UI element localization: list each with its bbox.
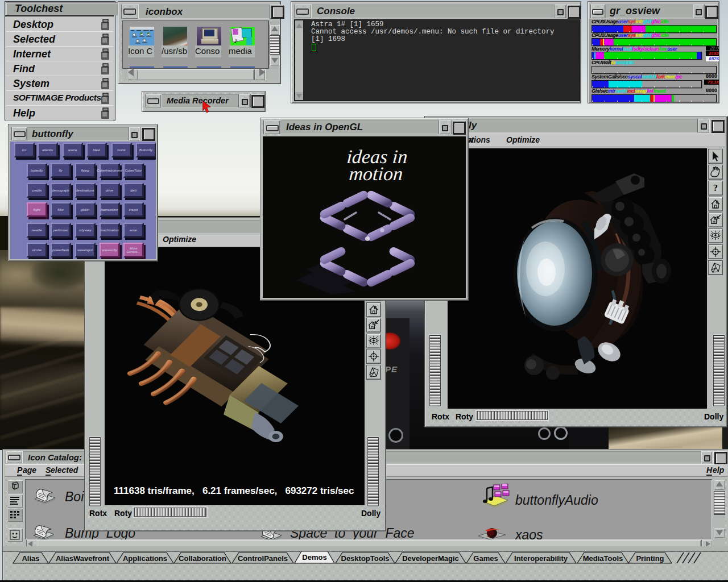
svg-text:Printing: Printing bbox=[636, 554, 664, 563]
svg-text:Games: Games bbox=[473, 554, 498, 563]
svg-text:Collaboration: Collaboration bbox=[179, 554, 226, 563]
svg-text:Alias: Alias bbox=[22, 554, 39, 563]
svg-text:Interoperability: Interoperability bbox=[514, 554, 568, 563]
svg-text:Demos: Demos bbox=[302, 553, 326, 562]
svg-text:DesktopTools: DesktopTools bbox=[341, 554, 390, 563]
svg-text:Applications: Applications bbox=[123, 554, 167, 563]
svg-text:DeveloperMagic: DeveloperMagic bbox=[402, 554, 459, 563]
svg-text:AliasWavefront: AliasWavefront bbox=[56, 554, 110, 563]
svg-text:MediaTools: MediaTools bbox=[583, 554, 623, 563]
svg-text:ControlPanels: ControlPanels bbox=[238, 554, 288, 563]
